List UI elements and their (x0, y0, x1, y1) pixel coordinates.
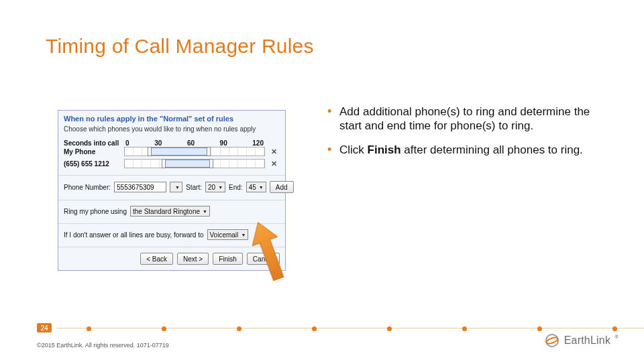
panel-subheader: Choose which phones you would like to ri… (64, 125, 280, 133)
footer-dot (162, 326, 166, 331)
back-button[interactable]: < Back (140, 253, 173, 265)
start-select[interactable]: 20 (205, 182, 225, 192)
timing-handle-end[interactable] (207, 147, 211, 156)
footer-rule: 24 (37, 323, 644, 333)
footer-dot (87, 326, 91, 331)
divider (58, 247, 285, 247)
divider (58, 175, 285, 176)
slide-title: Timing of Call Manager Rules (46, 35, 314, 58)
phone-number-row: Phone Number: Start: 20 End: 45 Add (64, 181, 280, 193)
footer-dot (612, 326, 617, 331)
footer-dot (237, 326, 241, 331)
footer-dot (387, 326, 392, 331)
timing-tick-labels: 0306090120 (124, 139, 265, 147)
panel-header: When no rules apply in the "Normal" set … (64, 115, 280, 123)
slide: Timing of Call Manager Rules Add additio… (0, 0, 644, 362)
timing-range[interactable] (150, 147, 208, 156)
earthlink-logo-text: EarthLink (564, 335, 610, 347)
wizard-button-row: < Back Next > Finish Cancel (64, 253, 280, 265)
settings-panel: When no rules apply in the "Normal" set … (58, 110, 286, 271)
bullet-text: Click (339, 143, 368, 156)
timing-handle-end[interactable] (209, 159, 213, 168)
bullet-list: Add additional phone(s) to ring and dete… (327, 105, 609, 166)
timing-handle-start[interactable] (148, 147, 152, 156)
earthlink-logo: EarthLink ® (544, 333, 619, 349)
phone-number-label: Phone Number: (64, 184, 111, 191)
page-number-badge: 24 (37, 323, 52, 333)
ringtone-select[interactable]: the Standard Ringtone (130, 206, 210, 217)
divider (58, 200, 285, 200)
remove-row-icon[interactable]: ✕ (268, 147, 280, 156)
timing-tick: 90 (220, 139, 227, 147)
footer-dot (462, 326, 467, 331)
seconds-into-call-label: Seconds into call (64, 139, 121, 147)
bullet-text: Finish (368, 143, 401, 156)
timing-row-label: My Phone (64, 148, 121, 156)
next-button[interactable]: Next > (177, 253, 209, 265)
timing-tick: 0 (125, 139, 129, 147)
forward-label: If I don't answer or all lines are busy,… (64, 231, 204, 239)
ringtone-row: Ring my phone using the Standard Rington… (64, 206, 280, 217)
phone-number-input[interactable] (114, 182, 166, 192)
remove-row-icon[interactable]: ✕ (268, 160, 280, 168)
timing-row: My Phone✕ (64, 147, 280, 156)
bullet-text: after determining all phones to ring. (401, 143, 583, 156)
footer-dot (312, 326, 317, 331)
add-button[interactable]: Add (270, 181, 294, 193)
phone-number-dropdown[interactable] (170, 182, 182, 192)
ringtone-label: Ring my phone using (64, 208, 127, 215)
bullet-text: Add additional phone(s) to ring and dete… (339, 105, 590, 132)
registered-mark: ® (614, 334, 619, 340)
bullet-item: Add additional phone(s) to ring and dete… (327, 105, 609, 133)
timing-bar[interactable] (124, 159, 265, 168)
timing-handle-start[interactable] (162, 159, 166, 168)
end-label: End: (229, 184, 243, 191)
divider (58, 223, 285, 224)
settings-panel-screenshot: When no rules apply in the "Normal" set … (58, 110, 286, 271)
timing-header-row: Seconds into call 0306090120 (64, 139, 280, 147)
footer-dot-line (57, 328, 644, 329)
start-label: Start: (186, 184, 202, 191)
end-select[interactable]: 45 (246, 182, 266, 192)
timing-tick: 60 (187, 139, 195, 147)
timing-row-label: (655) 655 1212 (64, 160, 121, 168)
finish-button[interactable]: Finish (213, 253, 243, 265)
bullet-item: Click Finish after determining all phone… (327, 143, 609, 157)
timing-tick: 120 (252, 139, 264, 147)
footer-dot (537, 326, 542, 331)
timing-row: (655) 655 1212✕ (64, 159, 280, 168)
copyright-text: ©2015 EarthLink. All rights reserved. 10… (37, 342, 169, 349)
earthlink-logo-icon (544, 333, 560, 349)
timing-range[interactable] (164, 160, 211, 168)
cancel-button[interactable]: Cancel (247, 253, 280, 265)
timing-tick: 30 (154, 139, 162, 147)
forward-select[interactable]: Voicemail (207, 229, 249, 240)
timing-bar[interactable] (124, 147, 265, 156)
forward-row: If I don't answer or all lines are busy,… (64, 229, 280, 240)
